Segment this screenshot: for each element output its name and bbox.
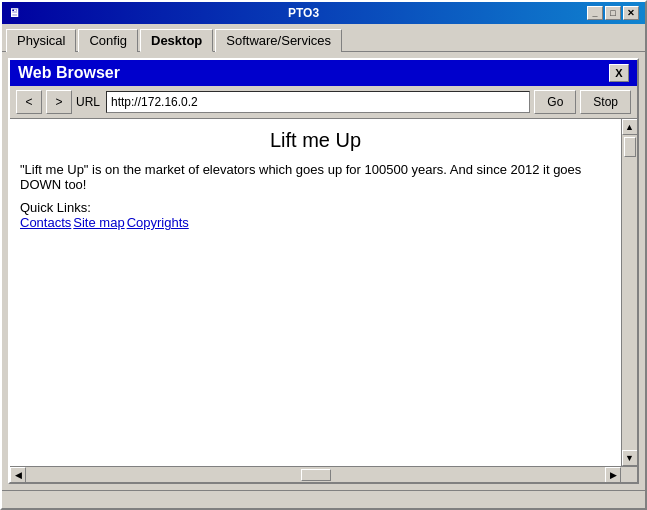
maximize-button[interactable]: □: [605, 6, 621, 20]
tab-physical[interactable]: Physical: [6, 29, 76, 52]
tab-bar: Physical Config Desktop Software/Service…: [2, 24, 645, 51]
url-label: URL: [76, 95, 100, 109]
window-title: PTO3: [20, 6, 587, 20]
url-input[interactable]: [106, 91, 530, 113]
link-contacts[interactable]: Contacts: [20, 215, 71, 230]
go-button[interactable]: Go: [534, 90, 576, 114]
content-area: Web Browser X < > URL Go Stop Lift me Up…: [2, 51, 645, 490]
h-scroll-track: [26, 467, 605, 482]
forward-button[interactable]: >: [46, 90, 72, 114]
main-window: 🖥 PTO3 _ □ ✕ Physical Config Desktop Sof…: [0, 0, 647, 510]
close-button[interactable]: ✕: [623, 6, 639, 20]
horizontal-scrollbar[interactable]: ◀ ▶: [10, 466, 637, 482]
bottom-bar: [2, 490, 645, 508]
browser-widget: Web Browser X < > URL Go Stop Lift me Up…: [8, 58, 639, 484]
tab-desktop[interactable]: Desktop: [140, 29, 213, 52]
back-button[interactable]: <: [16, 90, 42, 114]
scroll-corner: [621, 467, 637, 483]
scroll-down-arrow[interactable]: ▼: [622, 450, 638, 466]
browser-title-bar: Web Browser X: [10, 60, 637, 86]
h-scroll-thumb[interactable]: [301, 469, 331, 481]
scroll-up-arrow[interactable]: ▲: [622, 119, 638, 135]
browser-close-button[interactable]: X: [609, 64, 629, 82]
scroll-right-arrow[interactable]: ▶: [605, 467, 621, 483]
tab-software[interactable]: Software/Services: [215, 29, 342, 52]
quick-links-label: Quick Links:: [20, 200, 611, 215]
link-copyrights[interactable]: Copyrights: [127, 215, 189, 230]
scroll-track: [622, 135, 637, 450]
window-controls: _ □ ✕: [587, 6, 639, 20]
browser-content-wrapper: Lift me Up "Lift me Up" is on the market…: [10, 119, 637, 466]
browser-toolbar: < > URL Go Stop: [10, 86, 637, 119]
scroll-left-arrow[interactable]: ◀: [10, 467, 26, 483]
window-icon: 🖥: [8, 6, 20, 20]
minimize-button[interactable]: _: [587, 6, 603, 20]
page-body: "Lift me Up" is on the market of elevato…: [20, 162, 611, 192]
title-bar: 🖥 PTO3 _ □ ✕: [2, 2, 645, 24]
browser-title: Web Browser: [18, 64, 120, 82]
stop-button[interactable]: Stop: [580, 90, 631, 114]
page-heading: Lift me Up: [20, 129, 611, 152]
page-links: Contacts Site map Copyrights: [20, 215, 611, 230]
browser-content: Lift me Up "Lift me Up" is on the market…: [10, 119, 621, 466]
link-sitemap[interactable]: Site map: [73, 215, 124, 230]
tab-config[interactable]: Config: [78, 29, 138, 52]
scroll-thumb[interactable]: [624, 137, 636, 157]
vertical-scrollbar[interactable]: ▲ ▼: [621, 119, 637, 466]
